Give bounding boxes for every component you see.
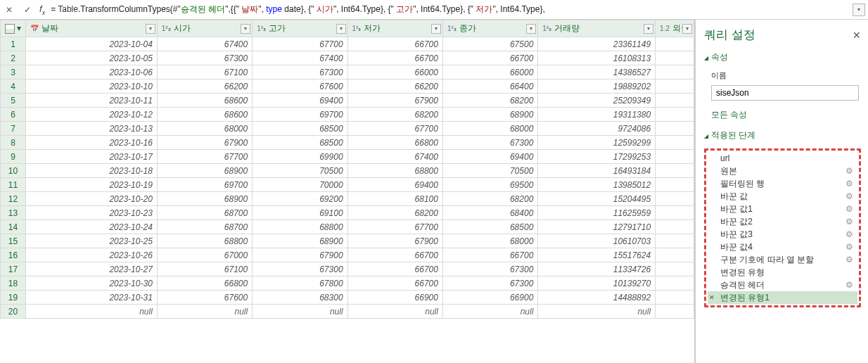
cell[interactable]: 2023-10-12 (26, 108, 158, 122)
cell[interactable]: 67300 (253, 262, 347, 276)
cell[interactable] (656, 164, 694, 178)
table-row[interactable]: 62023-10-126860069700682006890019311380 (1, 108, 694, 122)
cell[interactable]: 66900 (442, 291, 537, 305)
cell[interactable]: 2023-10-11 (26, 94, 158, 108)
cell[interactable] (656, 291, 694, 305)
row-number[interactable]: 2 (1, 51, 26, 65)
table-row[interactable]: 142023-10-246870068800677006850012791710 (1, 220, 694, 234)
row-number[interactable]: 16 (1, 248, 26, 262)
row-number[interactable]: 19 (1, 291, 26, 305)
cell[interactable]: 66800 (157, 276, 252, 291)
cell[interactable]: 67400 (157, 37, 252, 51)
cell[interactable]: 66700 (347, 262, 442, 276)
gear-icon[interactable]: ⚙ (845, 255, 853, 265)
cell[interactable]: 68800 (157, 234, 252, 248)
table-row[interactable]: 192023-10-316760068300669006690014488892 (1, 291, 694, 305)
applied-step[interactable]: 필터링된 행⚙ (708, 177, 857, 190)
cell[interactable]: 67500 (442, 37, 537, 51)
cell[interactable] (656, 234, 694, 248)
cell[interactable]: 2023-10-18 (26, 164, 158, 178)
gear-icon[interactable]: ⚙ (845, 191, 853, 201)
table-row[interactable]: 22023-10-056730067400667006670016108313 (1, 51, 694, 65)
cell[interactable]: 67900 (157, 136, 252, 150)
row-number[interactable]: 6 (1, 108, 26, 122)
applied-step[interactable]: 변경된 유형 (708, 266, 857, 279)
applied-step[interactable]: url (708, 152, 857, 165)
applied-steps-section-head[interactable]: 적용된 단계 (704, 129, 861, 141)
column-header[interactable]: 1²₃고가▾ (253, 20, 347, 37)
fx-icon[interactable]: fx (39, 4, 45, 16)
cell[interactable]: 69900 (253, 150, 347, 164)
cell[interactable] (656, 248, 694, 262)
cell[interactable]: 9724086 (538, 122, 656, 136)
cell[interactable]: null (253, 305, 347, 319)
cell[interactable]: 66900 (347, 291, 442, 305)
cell[interactable]: 66400 (442, 79, 537, 94)
cell[interactable]: 68200 (347, 206, 442, 220)
cell[interactable]: 10610703 (538, 234, 656, 248)
cell[interactable]: 11625959 (538, 206, 656, 220)
cell[interactable]: 66700 (347, 37, 442, 51)
table-row[interactable]: 72023-10-13680006850067700680009724086 (1, 122, 694, 136)
cell[interactable]: 69700 (157, 178, 252, 192)
cell[interactable]: 19889202 (538, 79, 656, 94)
cell[interactable]: 66800 (347, 136, 442, 150)
cell[interactable]: 16108313 (538, 51, 656, 65)
cell[interactable] (656, 65, 694, 79)
cell[interactable]: 67300 (442, 136, 537, 150)
filter-icon[interactable]: ▾ (682, 24, 692, 34)
cell[interactable]: 67400 (347, 150, 442, 164)
cell[interactable]: 11334726 (538, 262, 656, 276)
cell[interactable]: 14488892 (538, 291, 656, 305)
cell[interactable]: 12599299 (538, 136, 656, 150)
cell[interactable]: 2023-10-24 (26, 220, 158, 234)
filter-icon[interactable]: ▾ (241, 24, 250, 34)
table-row[interactable]: 152023-10-256880068900679006800010610703 (1, 234, 694, 248)
close-icon[interactable]: ✕ (853, 30, 861, 41)
column-header[interactable]: 1²₃거래량▾ (538, 20, 656, 37)
cell[interactable]: 2023-10-20 (26, 192, 158, 206)
applied-step[interactable]: 바꾼 값1⚙ (708, 203, 857, 215)
cell[interactable]: 67300 (442, 262, 537, 276)
filter-icon[interactable]: ▾ (336, 24, 346, 34)
gear-icon[interactable]: ⚙ (845, 179, 853, 189)
cell[interactable]: 68700 (157, 220, 252, 234)
cell[interactable]: 19311380 (538, 108, 656, 122)
cell[interactable]: 2023-10-05 (26, 51, 158, 65)
cell[interactable]: 13985012 (538, 178, 656, 192)
filter-icon[interactable]: ▾ (526, 24, 536, 34)
cell[interactable]: 68900 (157, 164, 252, 178)
gear-icon[interactable]: ⚙ (845, 204, 853, 214)
cell[interactable]: null (157, 305, 252, 319)
applied-step[interactable]: 구분 기호에 따라 열 분할⚙ (708, 253, 857, 266)
row-number[interactable]: 18 (1, 276, 26, 291)
cell[interactable] (656, 79, 694, 94)
table-row[interactable]: 172023-10-276710067300667006730011334726 (1, 262, 694, 276)
formula-expand-icon[interactable]: ▾ (853, 4, 865, 16)
query-name-input[interactable] (711, 85, 859, 101)
cell[interactable]: 66700 (347, 248, 442, 262)
cell[interactable]: 67900 (347, 234, 442, 248)
cell[interactable]: 66000 (347, 65, 442, 79)
row-number[interactable]: 4 (1, 79, 26, 94)
cell[interactable]: 10139270 (538, 276, 656, 291)
cell[interactable]: 67100 (157, 65, 252, 79)
cell[interactable]: 69400 (253, 94, 347, 108)
cell[interactable] (656, 122, 694, 136)
cell[interactable]: 23361149 (538, 37, 656, 51)
cell[interactable]: 67900 (253, 248, 347, 262)
cell[interactable]: 69400 (442, 150, 537, 164)
cell[interactable]: 68900 (253, 234, 347, 248)
row-number[interactable]: 20 (1, 305, 26, 319)
filter-icon[interactable]: ▾ (644, 24, 653, 34)
cancel-icon[interactable]: ✕ (3, 4, 15, 16)
table-icon-header[interactable]: ▾ (1, 20, 26, 37)
cell[interactable]: 67600 (253, 79, 347, 94)
cell[interactable] (656, 276, 694, 291)
cell[interactable]: 69400 (347, 178, 442, 192)
cell[interactable]: 67600 (157, 291, 252, 305)
cell[interactable]: 67700 (157, 150, 252, 164)
cell[interactable]: 68900 (157, 192, 252, 206)
cell[interactable]: 68800 (253, 220, 347, 234)
column-header[interactable]: 1²₃종가▾ (442, 20, 537, 37)
